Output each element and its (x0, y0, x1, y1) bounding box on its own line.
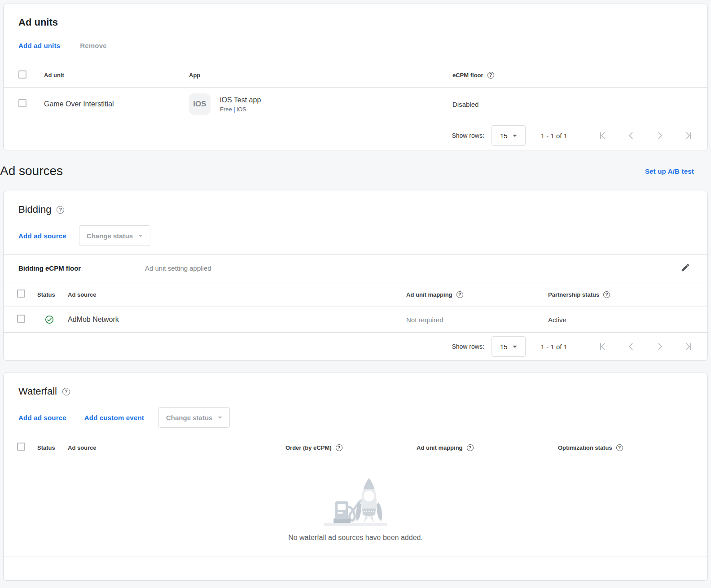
column-header-order: Order (by eCPM) ? (285, 444, 417, 451)
rows-per-page-select[interactable]: 15 (492, 125, 526, 146)
first-page-button[interactable] (597, 341, 608, 352)
bidding-pagination: Show rows: 15 1 - 1 of 1 (4, 333, 707, 360)
help-icon[interactable]: ? (616, 444, 623, 451)
mediation-page: Ad units Add ad units Remove Ad unit App… (0, 4, 711, 581)
last-page-icon (683, 130, 694, 141)
chevron-left-icon (626, 130, 636, 141)
add-ad-source-button[interactable]: Add ad source (15, 410, 70, 425)
next-page-button[interactable] (654, 130, 665, 141)
column-header-ad-source: Ad source (68, 444, 285, 451)
ad-unit-name: Game Over Interstitial (44, 100, 189, 108)
first-page-icon (597, 130, 608, 141)
bidding-card: Bidding ? Add ad source Change status Bi… (3, 191, 708, 361)
help-icon[interactable]: ? (487, 72, 494, 79)
column-header-ad-unit: Ad unit (44, 72, 189, 79)
ad-units-card: Ad units Add ad units Remove Ad unit App… (3, 4, 708, 150)
chevron-right-icon (654, 130, 665, 141)
ad-unit-row: Game Over Interstitial iOS iOS Test app … (4, 88, 707, 121)
add-ad-source-button[interactable]: Add ad source (15, 228, 70, 243)
ad-units-title: Ad units (18, 17, 58, 28)
show-rows-label: Show rows: (452, 343, 484, 350)
chevron-down-icon (218, 417, 222, 419)
first-page-button[interactable] (597, 130, 608, 141)
last-page-button[interactable] (683, 130, 694, 141)
chevron-down-icon (513, 135, 517, 137)
waterfall-card: Waterfall ? Add ad source Add custom eve… (3, 373, 708, 581)
pencil-icon (680, 263, 690, 272)
last-page-icon (683, 341, 694, 352)
show-rows-label: Show rows: (452, 132, 484, 139)
column-header-ad-unit-mapping: Ad unit mapping ? (406, 291, 548, 298)
chevron-down-icon (513, 346, 517, 348)
help-icon[interactable]: ? (603, 291, 610, 298)
status-active-icon (37, 315, 68, 324)
row-checkbox[interactable] (17, 315, 25, 323)
ad-source-name: AdMob Network (68, 316, 406, 324)
waterfall-empty-state: No waterfall ad sources have been added. (4, 459, 707, 557)
column-header-status: Status (37, 444, 68, 451)
select-all-checkbox[interactable] (17, 290, 25, 298)
row-checkbox[interactable] (18, 99, 26, 107)
partnership-status-value: Active (548, 316, 707, 324)
column-header-ad-unit-mapping: Ad unit mapping ? (417, 444, 558, 451)
first-page-icon (597, 341, 608, 352)
ad-units-table-header: Ad unit App eCPM floor ? (4, 63, 707, 88)
help-icon[interactable]: ? (62, 388, 70, 395)
help-icon[interactable]: ? (57, 206, 64, 214)
help-icon[interactable]: ? (456, 291, 463, 298)
add-ad-units-button[interactable]: Add ad units (15, 38, 64, 53)
column-header-ad-source: Ad source (68, 291, 406, 298)
remove-button[interactable]: Remove (76, 38, 110, 53)
help-icon[interactable]: ? (336, 444, 342, 451)
edit-floor-button[interactable] (680, 262, 691, 275)
bidding-row: AdMob Network Not required Active (4, 307, 707, 333)
bidding-ecpm-floor-row: Bidding eCPM floor Ad unit setting appli… (4, 254, 707, 282)
column-header-app: App (189, 72, 452, 79)
chevron-down-icon (138, 235, 143, 237)
column-header-optimization-status: Optimization status ? (558, 444, 707, 451)
waterfall-table-header: Status Ad source Order (by eCPM) ? Ad un… (4, 436, 707, 459)
select-all-checkbox[interactable] (18, 70, 26, 79)
bidding-table-header: Status Ad source Ad unit mapping ? Partn… (4, 282, 707, 307)
page-range: 1 - 1 of 1 (541, 132, 567, 140)
rows-per-page-select[interactable]: 15 (492, 336, 526, 357)
ecpm-floor-value: Disabled (452, 101, 707, 108)
prev-page-button[interactable] (626, 341, 636, 352)
app-cell: iOS iOS Test app Free | iOS (189, 93, 452, 115)
ad-sources-section-header: Ad sources Set up A/B test (0, 150, 711, 191)
change-status-button[interactable]: Change status (158, 407, 230, 428)
next-page-button[interactable] (654, 341, 665, 352)
add-custom-event-button[interactable]: Add custom event (81, 410, 148, 425)
column-header-partnership-status: Partnership status ? (548, 291, 707, 298)
chevron-left-icon (626, 341, 636, 352)
page-range: 1 - 1 of 1 (541, 343, 567, 351)
bidding-title: Bidding (18, 204, 51, 215)
setup-ab-test-link[interactable]: Set up A/B test (645, 167, 694, 175)
app-icon: iOS (189, 93, 211, 115)
select-all-checkbox[interactable] (17, 443, 25, 451)
bidding-ecpm-floor-label: Bidding eCPM floor (18, 264, 145, 272)
help-icon[interactable]: ? (467, 444, 474, 451)
app-meta: Free | iOS (220, 106, 261, 113)
column-header-ecpm-floor: eCPM floor ? (452, 72, 707, 79)
column-header-status: Status (37, 291, 68, 298)
ad-unit-mapping-value: Not required (406, 316, 548, 324)
bidding-ecpm-floor-value: Ad unit setting applied (145, 264, 211, 272)
chevron-right-icon (654, 341, 665, 352)
rocket-fuel-illustration (322, 474, 389, 528)
change-status-button[interactable]: Change status (79, 225, 150, 246)
empty-state-message: No waterfall ad sources have been added. (288, 534, 423, 542)
ad-sources-title: Ad sources (0, 164, 63, 178)
waterfall-footer (4, 557, 707, 580)
ad-units-pagination: Show rows: 15 1 - 1 of 1 (4, 121, 707, 150)
last-page-button[interactable] (683, 341, 694, 352)
app-name: iOS Test app (220, 96, 261, 104)
prev-page-button[interactable] (626, 130, 636, 141)
waterfall-title: Waterfall (18, 386, 57, 397)
